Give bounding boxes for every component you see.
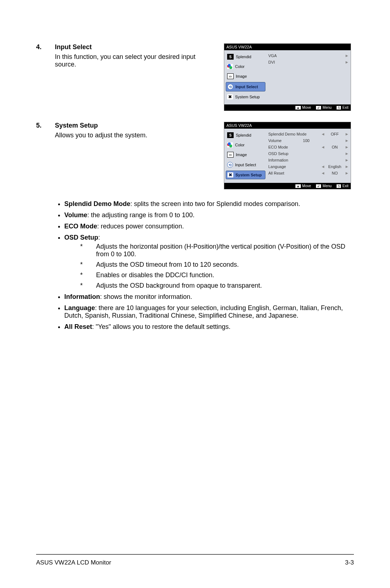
bullet-volume: Volume: the adjusting range is from 0 to…	[64, 211, 354, 219]
input-icon: ⟲	[227, 162, 233, 168]
osd-footer-2: ▲Move ↲Menu SExit	[224, 183, 351, 189]
bullet-info: Information: shows the monitor informati…	[64, 293, 354, 301]
image-icon: ▭	[227, 73, 234, 79]
osd-row-info: Information▶	[268, 157, 349, 163]
sub-osd-3: *Enables or disables the DDC/CI function…	[80, 271, 354, 279]
osd-row-eco: ECO Mode◀ON▶	[268, 144, 349, 150]
osd-system-setup: ASUS VW22A SSplendid Color ▭Image ⟲Input…	[224, 122, 351, 189]
osd-row-osdsetup: OSD Setup▶	[268, 150, 349, 157]
image-icon: ▭	[227, 152, 234, 158]
input-icon: ⟲	[228, 84, 233, 90]
exit-icon: S	[337, 106, 341, 110]
color-icon	[227, 64, 233, 69]
osd-menu-splendid: SSplendid	[226, 52, 265, 61]
exit-icon: S	[337, 184, 341, 188]
section-4-desc: In this function, you can select your de…	[55, 53, 217, 68]
section-4-title: Input Select	[55, 43, 217, 51]
osd-menu-system: ✖System Setup	[226, 93, 265, 101]
sub-osd-1: *Adjusts the horizontal position (H-Posi…	[80, 243, 354, 258]
osd-menu-image-2: ▭Image	[226, 150, 265, 159]
page-footer: ASUS VW22A LCD Monitor 3-3	[36, 551, 354, 566]
osd-menu-input-selected: ⟲Input Select	[226, 82, 265, 91]
osd-row-demo: Splendid Demo Mode◀OFF▶	[268, 131, 349, 137]
bullet-osd: OSD Setup: *Adjusts the horizontal posit…	[64, 234, 354, 289]
bullet-reset: All Reset: "Yes" allows you to restore t…	[64, 323, 354, 331]
osd-menu-splendid-2: SSplendid	[226, 131, 265, 140]
bullet-lang: Language: there are 10 languages for you…	[64, 304, 354, 319]
sub-osd-4: *Adjusts the OSD background from opaque …	[80, 282, 354, 289]
section-5-desc: Allows you to adjust the system.	[55, 132, 217, 139]
setup-icon: ✖	[227, 94, 233, 99]
color-icon	[227, 142, 233, 147]
osd-menu-input-2: ⟲Input Select	[226, 160, 265, 169]
osd-title-2: ASUS VW22A	[224, 122, 351, 129]
osd-input-select: ASUS VW22A SSplendid Color ▭Image ⟲Input…	[224, 43, 351, 111]
osd-row-reset: All Reset◀NO▶	[268, 170, 349, 176]
osd-menu-color-2: Color	[226, 141, 265, 149]
section-4-number: 4.	[36, 43, 55, 51]
osd-menu-image: ▭Image	[226, 72, 265, 81]
s-icon: S	[227, 54, 234, 60]
setup-icon: ✖	[228, 172, 233, 177]
osd-input-vga: VGA▶	[268, 52, 349, 59]
osd-menu-system-selected: ✖System Setup	[226, 171, 265, 179]
footer-left: ASUS VW22A LCD Monitor	[36, 559, 111, 566]
menu-icon: ↲	[316, 184, 321, 188]
osd-row-volume: Volume100▶	[268, 137, 349, 144]
footer-page-number: 3-3	[345, 559, 354, 566]
osd-row-lang: Language◀English▶	[268, 163, 349, 170]
bullet-demo: Splendid Demo Mode: splits the screen in…	[64, 200, 354, 208]
updown-icon: ▲	[295, 184, 301, 188]
bullet-eco: ECO Mode: reduces power consumption.	[64, 223, 354, 230]
section-5-title: System Setup	[55, 122, 217, 129]
osd-input-dvi: DVI▶	[268, 59, 349, 65]
menu-icon: ↲	[316, 106, 321, 110]
sub-osd-2: *Adjusts the OSD timeout from 10 to 120 …	[80, 261, 354, 269]
osd-footer: ▲Move ↲Menu SExit	[224, 104, 351, 111]
section-5-number: 5.	[36, 122, 55, 129]
osd-title: ASUS VW22A	[224, 44, 351, 50]
updown-icon: ▲	[295, 106, 301, 110]
s-icon: S	[227, 132, 234, 138]
osd-menu-color: Color	[226, 63, 265, 70]
